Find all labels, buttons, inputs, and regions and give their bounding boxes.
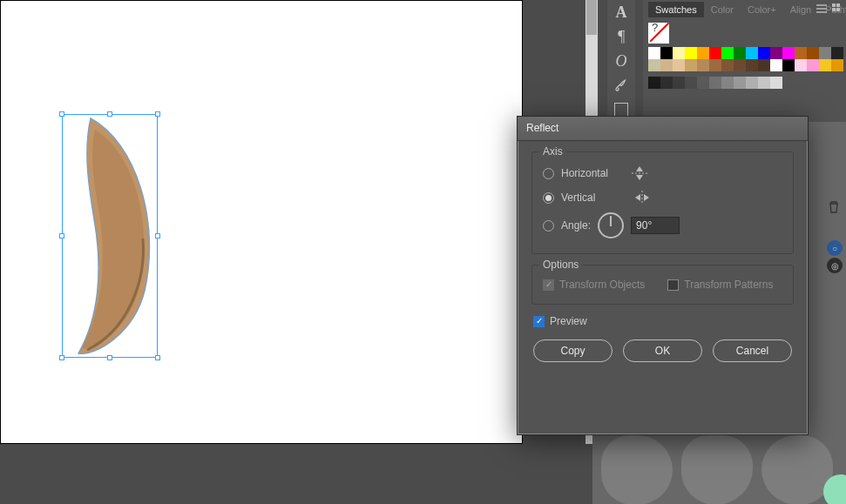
gray-swatch[interactable] [770,77,782,89]
check-transform-patterns [667,279,679,291]
resize-handle-t[interactable] [107,111,112,117]
resize-handle-bl[interactable] [59,355,64,360]
swatch[interactable] [673,59,685,71]
symbol-thumb-2[interactable] [681,435,753,504]
swatch[interactable] [819,59,831,71]
radio-vertical[interactable] [543,192,554,204]
character-panel-icon[interactable]: A [607,0,635,24]
horizontal-axis-icon [629,165,650,181]
resize-handle-tr[interactable] [155,111,160,117]
swatch[interactable] [831,59,843,71]
dialog-title[interactable]: Reflect [518,117,808,141]
svg-rect-2 [832,8,836,11]
swatch[interactable] [734,59,746,71]
check-preview-label: Preview [550,315,587,327]
vertical-axis-icon [632,190,653,205]
swatch[interactable] [685,47,697,59]
gray-swatch[interactable] [697,77,709,89]
resize-handle-r[interactable] [155,233,160,239]
swatch[interactable] [660,59,673,71]
swatch[interactable] [807,59,819,71]
ok-button[interactable]: OK [623,339,702,362]
tab-swatches[interactable]: Swatches [648,2,704,17]
swatch[interactable] [819,47,831,59]
swatch-list-view-icon[interactable] [815,2,829,16]
swatch[interactable] [770,59,782,71]
swatch[interactable] [770,47,782,59]
scrollbar-thumb[interactable] [586,0,597,35]
gray-swatch[interactable] [721,77,734,89]
swatch[interactable] [746,47,758,59]
swatch[interactable] [660,47,673,59]
svg-rect-1 [836,3,840,7]
swatch[interactable] [697,59,709,71]
gray-swatch[interactable] [758,77,770,89]
swatch-grid [648,47,843,71]
resize-handle-l[interactable] [59,233,64,239]
tab-align[interactable]: Align [783,2,818,17]
swatch[interactable] [648,59,660,71]
gray-swatch[interactable] [709,77,721,89]
layer-target-icon[interactable]: ○ [827,240,843,256]
symbol-thumb-1[interactable] [601,435,673,504]
swatch[interactable] [648,47,660,59]
options-group-label: Options [539,259,582,271]
swatch[interactable] [685,59,697,71]
swatch[interactable] [697,47,709,59]
svg-rect-0 [832,3,836,7]
opentype-panel-icon[interactable]: O [607,49,635,73]
swatch[interactable] [807,47,819,59]
swatch[interactable] [721,59,734,71]
artboard[interactable] [0,0,523,444]
stroke-box-icon[interactable] [614,103,628,117]
reflect-dialog: Reflect Axis Horizontal Vertical Angle: [517,116,809,435]
swatch[interactable] [782,59,795,71]
layer-target-icon-2[interactable]: ◎ [827,258,843,273]
radio-vertical-label: Vertical [561,192,595,204]
brush-icon[interactable] [607,73,635,97]
resize-handle-br[interactable] [155,355,160,360]
swatch[interactable] [831,47,843,59]
angle-input[interactable] [631,217,680,234]
radio-horizontal[interactable] [543,168,554,179]
swatch[interactable] [721,47,734,59]
cancel-button[interactable]: Cancel [713,339,792,362]
symbol-thumb-3[interactable] [761,435,833,504]
gray-swatch[interactable] [746,77,758,89]
resize-handle-b[interactable] [107,355,112,360]
trash-icon[interactable] [827,200,841,214]
check-transform-objects-label: Transform Objects [559,279,645,291]
swatch[interactable] [734,47,746,59]
swatch-grid-view-icon[interactable] [830,2,844,16]
swatch[interactable] [746,59,758,71]
check-transform-objects [543,279,554,291]
swatch[interactable] [795,59,807,71]
gray-swatch[interactable] [660,77,673,89]
angle-knob[interactable] [598,212,624,239]
check-preview[interactable] [533,316,545,327]
selection-box[interactable] [62,114,158,358]
symbol-shelf [601,435,836,504]
swatch[interactable] [782,47,795,59]
axis-group-label: Axis [539,145,566,158]
copy-button[interactable]: Copy [533,339,613,362]
gray-swatch[interactable] [734,77,746,89]
gray-swatch[interactable] [673,77,685,89]
check-transform-patterns-label: Transform Patterns [684,279,773,291]
swatch[interactable] [758,59,770,71]
gray-swatch[interactable] [685,77,697,89]
options-group: Options Transform Objects Transform Patt… [531,265,794,305]
tab-color[interactable]: Color [704,2,741,17]
swatch[interactable] [709,47,721,59]
swatch[interactable] [795,47,807,59]
swatch[interactable] [673,47,685,59]
swatch[interactable] [758,47,770,59]
angle-label: Angle: [561,219,591,232]
resize-handle-tl[interactable] [59,111,64,117]
swatch[interactable] [709,59,721,71]
fill-none-swatch[interactable]: ? [648,23,669,44]
tab-color-plus[interactable]: Color+ [741,2,783,17]
gray-swatch[interactable] [648,77,660,89]
radio-angle[interactable] [543,220,554,232]
paragraph-panel-icon[interactable]: ¶ [607,24,635,49]
